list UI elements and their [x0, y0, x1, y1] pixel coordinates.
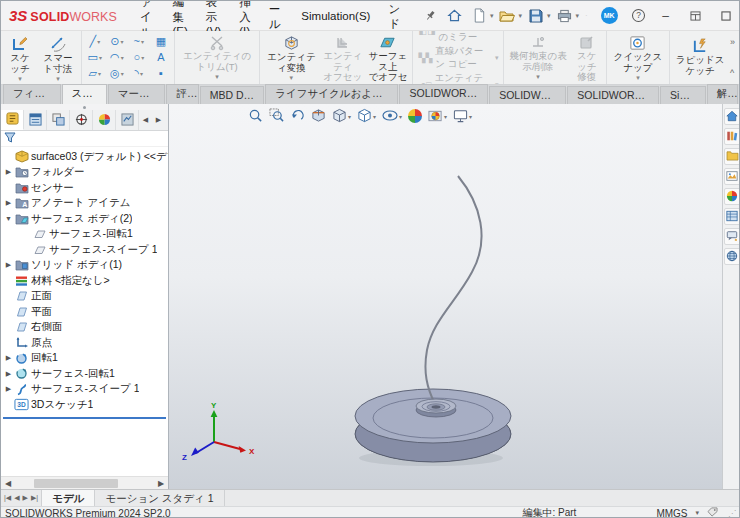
print-icon[interactable] — [553, 5, 575, 27]
print-caret[interactable]: ▾ — [575, 12, 579, 20]
display-relations-button[interactable]: 幾何拘束の表示/削除 ▾ — [506, 33, 569, 82]
manager-tab-configuration-manager[interactable] — [47, 110, 70, 130]
manager-tabs-scroll-left[interactable]: ◀ — [139, 110, 152, 130]
help-icon[interactable]: ? — [628, 5, 650, 27]
task-pane-design-library-tab[interactable] — [724, 128, 740, 145]
smart-dimension-button[interactable]: スマート寸法 ▾ — [37, 33, 79, 82]
fillet-icon-button[interactable]: ◝▾ — [128, 66, 150, 82]
tree-item[interactable]: 右側面 — [1, 320, 168, 336]
smart-dimension-caret[interactable]: ▾ — [56, 75, 60, 83]
ribbon-collapse-button[interactable]: ^ — [730, 68, 735, 78]
spline-icon-button[interactable]: ~▾ — [128, 34, 150, 50]
task-pane-content-central-tab[interactable] — [724, 248, 740, 265]
trim-entities-button[interactable]: エンティティのトリム(T) ▾ — [177, 33, 258, 82]
tree-item[interactable]: ▶ソリッド ボディ(1) — [1, 258, 168, 274]
command-tab[interactable]: ライフサイクルおよびコラボレーション — [265, 84, 398, 104]
tree-expand-arrow[interactable]: ▶ — [3, 354, 14, 362]
slot-icon-caret[interactable]: ▾ — [98, 70, 101, 77]
tree-expand-arrow[interactable]: ▶ — [3, 385, 14, 393]
manager-tab-feature-manager[interactable] — [1, 110, 24, 130]
tree-item[interactable]: ▶サーフェス-スイープ 1 — [1, 382, 168, 398]
scrollbar-track[interactable] — [15, 477, 154, 489]
task-pane-home-tab[interactable] — [724, 108, 740, 125]
tree-item[interactable]: 材料 <指定なし> — [1, 273, 168, 289]
scrollbar-thumb[interactable] — [34, 479, 117, 488]
tag-icon[interactable] — [707, 507, 718, 518]
tree-item[interactable]: サーフェス-スイープ 1 — [1, 242, 168, 258]
command-tab[interactable]: スケッチ — [62, 84, 107, 104]
spline-icon-caret[interactable]: ▾ — [141, 38, 144, 45]
tree-item[interactable]: サーフェス-回転1 — [1, 227, 168, 243]
tree-item[interactable]: ▶回転1 — [1, 351, 168, 367]
tree-expand-arrow[interactable]: ▶ — [3, 261, 14, 269]
first-study-button[interactable]: |◀ — [4, 494, 11, 502]
offset-entities-button[interactable]: エンティティ オフセット — [320, 33, 365, 82]
manager-tab-cam-manager[interactable] — [116, 110, 139, 130]
tree-horizontal-scrollbar[interactable]: ◀ ▶ — [1, 476, 168, 489]
task-pane-forum-tab[interactable] — [724, 228, 740, 245]
sketch-caret[interactable]: ▾ — [18, 75, 22, 83]
command-tab[interactable]: 評価 — [166, 84, 198, 104]
save-icon[interactable] — [525, 5, 547, 27]
menu-e[interactable]: 編集(E) — [163, 1, 196, 30]
motion-study-tab[interactable]: モーション スタディ 1 — [95, 490, 224, 506]
graphics-viewport[interactable]: ▾▾▾▾▾ Y X — [169, 104, 722, 489]
rectangle-icon-caret[interactable]: ▾ — [99, 54, 102, 61]
new-document-caret[interactable]: ▾ — [490, 12, 494, 20]
new-document-icon[interactable] — [468, 5, 490, 27]
minimize-button[interactable]: – — [652, 5, 680, 27]
ribbon-overflow-button[interactable]: » — [730, 37, 735, 47]
maximize-button[interactable] — [712, 5, 740, 27]
menu-simulations[interactable]: Simulation(S) — [292, 1, 379, 30]
sketch-pattern-icon-button[interactable]: ▦ — [150, 34, 172, 50]
tree-item[interactable]: 3D3Dスケッチ1 — [1, 397, 168, 413]
command-tab[interactable]: 解... — [707, 84, 738, 104]
manager-tab-dimxpert-manager[interactable] — [70, 110, 93, 130]
rollback-bar[interactable] — [3, 417, 166, 419]
convert-entities-caret[interactable]: ▾ — [290, 74, 294, 82]
restore-button[interactable] — [682, 5, 710, 27]
tree-item-root[interactable]: surface03 (デフォルト) <<デフォルト>_表示 — [1, 149, 168, 165]
scroll-left-arrow[interactable]: ◀ — [1, 479, 15, 488]
linear-pattern-caret[interactable]: ▾ — [495, 54, 499, 62]
mirror-entities-button[interactable]: ◧◨ エンティティのミラー — [415, 31, 501, 44]
menu-f[interactable]: ファイル(F) — [131, 1, 164, 30]
ellipse-icon-button[interactable]: ○▾ — [128, 50, 150, 66]
units-selector[interactable]: MMGS ▾ — [656, 507, 718, 518]
convert-entities-button[interactable]: エンティティ変換 ▾ — [262, 33, 320, 82]
fillet-icon-caret[interactable]: ▾ — [140, 70, 143, 77]
perimeter-circle-icon-caret[interactable]: ▾ — [121, 70, 124, 77]
resize-grip[interactable]: ⋰ — [728, 509, 737, 518]
save-caret[interactable]: ▾ — [547, 12, 551, 20]
tree-item[interactable]: ▶フォルダー — [1, 165, 168, 181]
task-pane-custom-properties-tab[interactable] — [724, 208, 740, 225]
task-pane-appearances-tab[interactable] — [724, 188, 740, 205]
move-entities-button[interactable]: ↗□ エンティティの移動 ▾ — [415, 72, 501, 86]
arc-icon-button[interactable]: ◠▾ — [106, 50, 128, 66]
tree-item[interactable]: 原点 — [1, 335, 168, 351]
command-tab[interactable]: Simulat... — [660, 86, 706, 104]
open-caret[interactable]: ▾ — [518, 12, 522, 20]
filter-funnel-icon[interactable] — [4, 132, 16, 145]
manager-tabs-scroll-right[interactable]: ▶ — [152, 110, 165, 130]
linear-pattern-button[interactable]: ▚▚ 直線パターン コピー ▾ — [415, 45, 501, 71]
offset-on-surface-button[interactable]: サーフェス上 でオフセット — [365, 33, 410, 82]
perimeter-circle-icon-button[interactable]: ◎▾ — [106, 66, 128, 82]
prev-study-button[interactable]: ◀ — [14, 494, 19, 502]
line-icon-caret[interactable]: ▾ — [97, 38, 100, 45]
tree-item[interactable]: センサー — [1, 180, 168, 196]
tree-expand-arrow[interactable]: ▼ — [3, 215, 14, 222]
arc-icon-caret[interactable]: ▾ — [121, 54, 124, 61]
user-avatar-badge[interactable]: MK — [601, 7, 618, 24]
command-tab[interactable]: マークアップ — [108, 84, 166, 104]
tree-expand-arrow[interactable]: ▶ — [3, 199, 14, 207]
rectangle-icon-button[interactable]: ▭▾ — [84, 50, 106, 66]
tree-item[interactable]: ▶サーフェス-回転1 — [1, 366, 168, 382]
pin-icon[interactable] — [420, 5, 442, 27]
display-relations-caret[interactable]: ▾ — [536, 73, 540, 81]
quick-snaps-button[interactable]: クイックスナップ ▾ — [609, 33, 668, 82]
manager-tab-property-manager[interactable] — [24, 110, 47, 130]
scroll-right-arrow[interactable]: ▶ — [154, 479, 168, 488]
repair-sketch-button[interactable]: スケッチ 修復 — [570, 33, 604, 82]
ellipse-icon-caret[interactable]: ▾ — [141, 54, 144, 61]
